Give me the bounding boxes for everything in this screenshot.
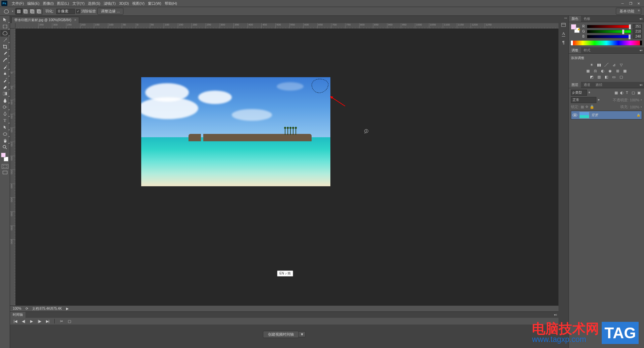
invert-adjust-icon[interactable]: ◩ (589, 74, 594, 79)
exposure-adjust-icon[interactable]: ⊿ (611, 62, 616, 67)
menu-edit[interactable]: 编辑(E) (25, 0, 41, 7)
levels-adjust-icon[interactable]: ▮▮ (596, 62, 602, 67)
history-panel-icon[interactable] (559, 21, 568, 29)
blur-tool[interactable] (0, 97, 10, 104)
marquee-tool[interactable] (0, 23, 10, 30)
posterize-adjust-icon[interactable]: ▥ (596, 74, 602, 79)
styles-panel-tab[interactable]: 样式 (581, 47, 593, 53)
brush-tool[interactable] (0, 63, 10, 70)
eraser-tool[interactable] (0, 84, 10, 90)
character-panel-icon[interactable]: A (559, 30, 568, 38)
fill-value[interactable]: 100% (630, 105, 639, 109)
shape-tool[interactable] (0, 131, 10, 137)
g-slider[interactable] (587, 30, 631, 33)
lock-pixels-icon[interactable]: ▦ (581, 105, 584, 109)
b-slider[interactable] (587, 35, 631, 38)
ime-indicator[interactable]: EN ♪ 简 (277, 270, 293, 277)
current-tool-lasso-icon[interactable] (3, 8, 10, 15)
timeline-first-frame-icon[interactable]: |◀ (13, 319, 18, 324)
hand-tool[interactable] (0, 137, 10, 144)
menu-type[interactable]: 文字(Y) (71, 0, 87, 7)
paragraph-panel-icon[interactable]: ¶ (559, 38, 568, 46)
magic-wand-tool[interactable] (0, 37, 10, 43)
timeline-tab[interactable]: 时间轴 (10, 312, 25, 318)
zoom-tool[interactable] (0, 144, 10, 151)
selection-new-button[interactable] (15, 8, 22, 14)
move-tool[interactable] (0, 16, 10, 23)
maximize-button[interactable]: ❐ (627, 0, 635, 7)
layers-panel-tab[interactable]: 图层 (569, 82, 581, 88)
r-value[interactable]: 251 (633, 24, 642, 29)
filter-shape-icon[interactable]: ▢ (632, 91, 636, 95)
history-brush-tool[interactable] (0, 77, 10, 84)
menu-window[interactable]: 窗口(W) (146, 0, 163, 7)
color-panel-fg-swatch[interactable] (571, 24, 576, 30)
swatches-panel-tab[interactable]: 色板 (581, 16, 593, 22)
minimize-button[interactable]: ─ (619, 0, 627, 7)
filter-type-icon[interactable]: T (626, 91, 631, 95)
gradientmap-adjust-icon[interactable]: ▭ (611, 74, 616, 79)
timeline-play-icon[interactable]: ▶ (29, 319, 34, 324)
brightness-adjust-icon[interactable]: ☀ (589, 62, 594, 67)
feather-input[interactable] (56, 9, 75, 14)
layer-filter-kind[interactable]: ρ 类型 (571, 90, 587, 96)
doc-size[interactable]: 文档:875.4K/875.4K (32, 306, 62, 311)
antialias-checkbox[interactable]: ✓ (76, 9, 80, 13)
lasso-tool[interactable] (0, 30, 10, 37)
channels-panel-tab[interactable]: 通道 (581, 82, 593, 88)
selection-add-button[interactable] (22, 8, 29, 14)
foreground-swatch[interactable] (1, 153, 6, 157)
selectivecolor-adjust-icon[interactable]: ▢ (619, 74, 624, 79)
photofilter-adjust-icon[interactable]: ◉ (607, 68, 613, 73)
opacity-value[interactable]: 100% (630, 98, 639, 102)
color-panel-menu-icon[interactable]: ▾≡ (638, 17, 644, 20)
r-slider[interactable] (587, 25, 631, 28)
pen-tool[interactable] (0, 110, 10, 117)
colorbalance-adjust-icon[interactable]: ⚖ (593, 68, 598, 73)
gradient-tool[interactable] (0, 90, 10, 97)
timeline-cut-icon[interactable]: ✂ (59, 319, 64, 324)
layer-lock-icon[interactable]: 🔒 (637, 113, 640, 117)
hue-adjust-icon[interactable]: ▦ (585, 68, 591, 73)
type-tool[interactable]: T (0, 117, 10, 124)
timeline-panel-menu-icon[interactable]: ▾≡ (553, 313, 558, 316)
status-flyout-icon[interactable]: ▶ (66, 307, 69, 310)
layers-panel-menu-icon[interactable]: ▾≡ (638, 84, 644, 87)
close-document-icon[interactable]: × (74, 18, 76, 22)
curves-adjust-icon[interactable] (604, 62, 609, 67)
canvas-viewport[interactable] (15, 29, 558, 305)
menu-image[interactable]: 图像(I) (41, 0, 55, 7)
refine-edge-button[interactable]: 调整边缘 ... (97, 8, 123, 15)
path-selection-tool[interactable] (0, 124, 10, 131)
lock-all-icon[interactable]: 🔒 (590, 105, 594, 109)
dropdown-arrow-icon[interactable]: ▼ (11, 10, 14, 12)
timeline-prev-frame-icon[interactable]: ◀| (21, 319, 26, 324)
background-swatch[interactable] (4, 157, 8, 161)
blend-mode-select[interactable]: 正常 (571, 97, 596, 103)
g-value[interactable]: 210 (633, 29, 642, 34)
timeline-last-frame-icon[interactable]: ▶| (45, 319, 50, 324)
menu-layer[interactable]: 图层(L) (55, 0, 70, 7)
timeline-transition-icon[interactable]: ▢ (67, 319, 72, 324)
menu-3d[interactable]: 3D(D) (117, 1, 130, 6)
dodge-tool[interactable] (0, 104, 10, 110)
b-value[interactable]: 248 (633, 34, 642, 39)
create-timeline-button[interactable]: 创建视频时间轴 (263, 331, 299, 338)
document-tab[interactable]: 带水印图片素材.jpg @ 100%(RGB/8#) × (11, 17, 79, 23)
timeline-next-frame-icon[interactable]: |▶ (37, 319, 42, 324)
filter-smart-icon[interactable]: ▣ (637, 91, 642, 95)
create-timeline-dropdown[interactable]: ▼ (299, 331, 306, 337)
selection-intersect-button[interactable] (36, 8, 42, 14)
ruler-origin[interactable] (10, 23, 15, 29)
close-button[interactable]: ✕ (635, 0, 643, 7)
menu-help[interactable]: 帮助(H) (163, 0, 179, 7)
menu-select[interactable]: 选择(S) (86, 0, 102, 7)
filter-pixel-icon[interactable]: ▦ (614, 91, 619, 95)
channelmixer-adjust-icon[interactable]: ⊞ (615, 68, 620, 73)
clone-stamp-tool[interactable] (0, 70, 10, 77)
quick-mask-button[interactable] (2, 164, 8, 169)
selection-subtract-button[interactable] (29, 8, 36, 14)
eyedropper-tool[interactable] (0, 50, 10, 57)
adjust-panel-menu-icon[interactable]: ▾≡ (638, 49, 644, 52)
layer-name[interactable]: 背景 (591, 113, 598, 117)
